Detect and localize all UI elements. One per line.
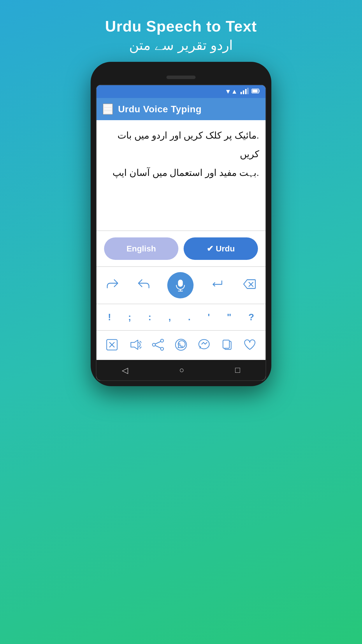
header-subtitle: اردو تقریر سے متن [105, 37, 257, 53]
recent-button[interactable]: □ [235, 365, 240, 375]
svg-point-15 [161, 339, 164, 342]
svg-rect-23 [223, 340, 229, 348]
punct-comma[interactable]: , [166, 309, 174, 325]
action-bar [96, 331, 266, 359]
english-button[interactable]: English [104, 237, 178, 260]
svg-rect-2 [245, 89, 247, 94]
speaker-button[interactable] [127, 337, 143, 353]
back-button[interactable]: ◁ [122, 365, 128, 375]
svg-line-18 [155, 342, 161, 344]
reply-button[interactable] [136, 276, 152, 295]
backspace-button[interactable] [240, 276, 258, 295]
phone-speaker [166, 76, 196, 79]
svg-point-16 [161, 347, 164, 350]
whatsapp-button[interactable] [173, 337, 189, 353]
battery-icon [252, 88, 260, 95]
app-bar-title: Urdu Voice Typing [118, 104, 201, 115]
punct-question[interactable]: ? [245, 309, 257, 325]
enter-button[interactable] [208, 276, 225, 295]
app-bar: ☰ Urdu Voice Typing [96, 98, 266, 120]
phone-screen: ▼▲ [96, 85, 266, 381]
phone-container: ▼▲ [91, 62, 271, 644]
svg-rect-1 [243, 90, 244, 94]
svg-rect-0 [240, 92, 242, 94]
copy-button[interactable] [219, 337, 235, 353]
punct-period[interactable]: . [185, 309, 194, 325]
svg-line-19 [155, 346, 161, 348]
content-area: .مائیک پر کلک کریں اور اردو میں بات کریں… [96, 120, 266, 231]
share-button[interactable] [150, 337, 166, 353]
keyboard-controls [96, 267, 266, 304]
bottom-nav: ◁ ○ □ [96, 360, 266, 380]
phone-notch [96, 70, 266, 85]
mic-button[interactable] [167, 272, 194, 298]
punct-colon[interactable]: : [145, 309, 154, 325]
language-selector: English ✔ Urdu [96, 231, 266, 267]
svg-rect-3 [247, 88, 249, 94]
urdu-line-2: .بہت مفید اور استعمال میں آسان ایپ [103, 163, 259, 182]
svg-rect-6 [178, 280, 182, 286]
punct-semicolon[interactable]: ; [125, 309, 134, 325]
menu-button[interactable]: ☰ [103, 104, 113, 115]
home-button[interactable]: ○ [179, 365, 184, 375]
punctuation-row: ! ; : , . ' " ? [96, 304, 266, 331]
phone-outer: ▼▲ [91, 62, 271, 386]
svg-rect-5 [252, 90, 258, 92]
status-bar: ▼▲ [96, 85, 266, 98]
svg-point-17 [152, 343, 155, 346]
punct-exclaim[interactable]: ! [105, 309, 114, 325]
share-forward-button[interactable] [104, 276, 121, 295]
urdu-button[interactable]: ✔ Urdu [184, 237, 258, 260]
punct-quote[interactable]: " [224, 309, 234, 325]
header-title: Urdu Speech to Text [105, 18, 257, 35]
signal-icon [240, 88, 249, 96]
messenger-button[interactable] [196, 337, 212, 353]
clear-button[interactable] [104, 337, 120, 353]
urdu-line-1: .مائیک پر کلک کریں اور اردو میں بات کریں [103, 126, 259, 163]
wifi-icon: ▼▲ [225, 88, 238, 95]
svg-marker-14 [131, 340, 138, 349]
header-section: Urdu Speech to Text اردو تقریر سے متن [105, 0, 257, 53]
favorite-button[interactable] [242, 337, 258, 353]
punct-apostrophe[interactable]: ' [205, 309, 213, 325]
